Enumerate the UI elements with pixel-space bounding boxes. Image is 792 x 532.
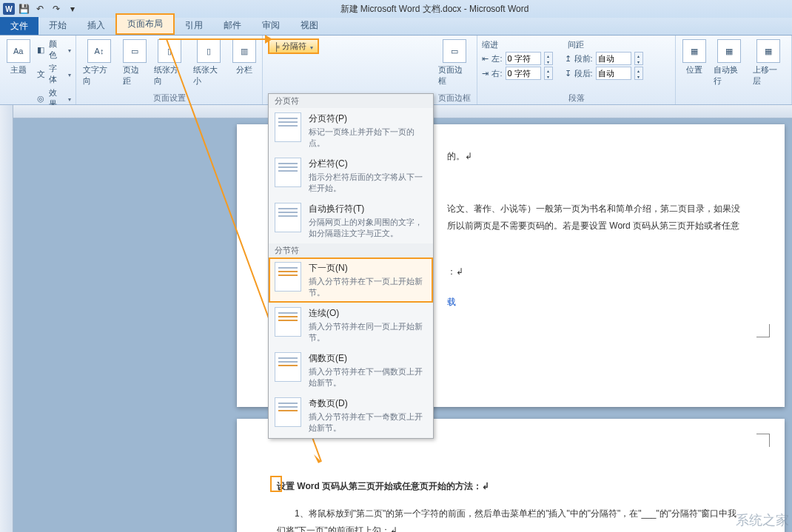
doc-fragment: 论文、著作、小说等）一般第一页为书名和简单介绍，第二页目录，如果没 — [447, 203, 740, 214]
menu-section-page-breaks: 分页符 — [269, 94, 433, 108]
margins-button[interactable]: ▭页边距 — [121, 38, 149, 88]
breaks-dropdown-menu: 分页符 分页符(P)标记一页终止并开始下一页的点。 分栏符(C)指示分栏符后面的… — [268, 93, 434, 439]
undo-icon[interactable]: ↶ — [33, 2, 47, 16]
menu-item-next-page[interactable]: 下一页(N)插入分节符并在下一页上开始新节。 — [269, 257, 433, 303]
page-border-button[interactable]: ▭页面边框 — [436, 38, 472, 88]
orientation-button[interactable]: ▯纸张方向 — [152, 38, 188, 88]
themes-button[interactable]: Aa 主题 — [4, 38, 32, 77]
menu-item-text-wrapping[interactable]: 自动换行符(T)分隔网页上的对象周围的文字，如分隔题注文字与正文。 — [269, 198, 433, 243]
page-border-icon: ▭ — [443, 39, 466, 63]
column-break-icon — [275, 158, 301, 187]
theme-fonts[interactable]: 文字体 — [35, 62, 71, 86]
doc-heading: 设置 Word 页码从第三页开始或任意页开始的方法：↲ — [277, 478, 745, 495]
next-page-icon — [275, 262, 301, 292]
arrow-head-icon — [265, 35, 272, 44]
themes-icon: Aa — [7, 39, 30, 63]
menu-item-column-break[interactable]: 分栏符(C)指示分栏符后面的文字将从下一栏开始。 — [269, 153, 433, 198]
tab-file[interactable]: 文件 — [0, 17, 38, 35]
word-app-icon: W — [3, 3, 15, 15]
spacing-label: 间距 — [568, 39, 584, 50]
doc-fragment: ：↲ — [447, 266, 463, 277]
group-page-setup: A↕文字方向 ▭页边距 ▯纸张方向 ▯纸张大小 ▥分栏 页面设置 — [76, 36, 263, 104]
text-wrap-icon — [275, 203, 301, 232]
margins-icon: ▭ — [123, 39, 147, 63]
spacing-before-spinner[interactable]: ▴▾ — [634, 52, 643, 65]
wrap-icon: ▦ — [717, 39, 741, 63]
tab-page-layout[interactable]: 页面布局 — [115, 13, 175, 35]
tab-review[interactable]: 审阅 — [252, 16, 290, 35]
text-direction-button[interactable]: A↕文字方向 — [81, 38, 117, 88]
cursor-highlight-box — [270, 476, 282, 492]
size-icon: ▯ — [197, 39, 221, 63]
page-margin-corner — [756, 324, 770, 337]
columns-button[interactable]: ▥分栏 — [230, 38, 258, 77]
position-button[interactable]: ▦位置 — [680, 38, 708, 77]
fonts-icon: 文 — [35, 68, 47, 80]
ribbon-tabs: 文件 开始 插入 页面布局 引用 邮件 审阅 视图 — [0, 18, 792, 36]
watermark: 系统之家 — [736, 511, 789, 529]
indent-right-input[interactable] — [506, 67, 541, 80]
indent-left-icon: ⇤ — [482, 54, 489, 64]
guide-arrow — [159, 38, 267, 40]
menu-item-continuous[interactable]: 连续(O)插入分节符并在同一页上开始新节。 — [269, 303, 433, 348]
doc-fragment: 的。↲ — [447, 151, 472, 161]
breaks-icon: ╞ — [274, 42, 280, 51]
qat-more-icon[interactable]: ▾ — [65, 2, 80, 16]
indent-right-spinner[interactable]: ▴▾ — [544, 67, 553, 80]
text-direction-icon: A↕ — [87, 39, 111, 63]
forward-icon: ▦ — [756, 39, 780, 63]
tab-home[interactable]: 开始 — [38, 16, 77, 35]
columns-icon: ▥ — [232, 39, 256, 63]
theme-colors[interactable]: ◧颜色 — [35, 38, 71, 61]
redo-icon[interactable]: ↷ — [49, 2, 64, 16]
group-paragraph: 缩进 间距 ⇤ 左: ▴▾ ↥ 段前: ▴▾ ⇥ 右: ▴▾ ↧ — [477, 36, 676, 104]
position-icon: ▦ — [682, 39, 706, 63]
tab-mail[interactable]: 邮件 — [213, 16, 252, 35]
doc-paragraph: 1、将鼠标放到"第二页"的第一个字符的前面，然后单击菜单栏的"插入"中的"分隔符… — [277, 505, 745, 532]
spacing-before-icon: ↥ — [565, 54, 571, 64]
save-icon[interactable]: 💾 — [16, 2, 31, 16]
ribbon: Aa 主题 ◧颜色 文字体 ◎效果 主题 A↕文字方向 ▭页边距 ▯纸张方向 ▯… — [0, 36, 792, 105]
tab-view[interactable]: 视图 — [290, 16, 329, 35]
quick-access-toolbar: W 💾 ↶ ↷ ▾ — [3, 2, 80, 16]
spacing-after-input[interactable] — [596, 67, 631, 80]
even-page-icon — [275, 352, 301, 382]
menu-item-page-break[interactable]: 分页符(P)标记一页终止并开始下一页的点。 — [269, 108, 433, 153]
spacing-after-icon: ↧ — [565, 69, 571, 78]
doc-fragment: 所以前两页是不需要页码的。若是要设置 Word 页码从第三页开始或者任意 — [447, 220, 739, 231]
size-button[interactable]: ▯纸张大小 — [191, 38, 227, 88]
group-page-border: ▭页面边框 页面边框 — [432, 36, 477, 104]
vertical-ruler[interactable] — [0, 105, 13, 532]
page-break-icon — [275, 112, 301, 142]
wrap-text-button[interactable]: ▦自动换行 — [711, 38, 748, 88]
indent-left-input[interactable] — [506, 52, 541, 65]
group-arrange: ▦位置 ▦自动换行 ▦上移一层 — [676, 36, 792, 104]
colors-icon: ◧ — [35, 44, 47, 55]
continuous-icon — [275, 307, 301, 337]
menu-item-even-page[interactable]: 偶数页(E)插入分节符并在下一偶数页上开始新节。 — [269, 348, 433, 393]
spacing-before-input[interactable] — [596, 52, 631, 65]
group-theme: Aa 主题 ◧颜色 文字体 ◎效果 主题 — [0, 36, 76, 104]
page-margin-corner — [756, 434, 770, 447]
spacing-after-spinner[interactable]: ▴▾ — [634, 67, 643, 80]
indent-left-spinner[interactable]: ▴▾ — [544, 52, 553, 65]
menu-section-section-breaks: 分节符 — [269, 243, 433, 257]
tab-references[interactable]: 引用 — [175, 16, 213, 35]
orientation-icon: ▯ — [158, 39, 181, 63]
tab-insert[interactable]: 插入 — [77, 16, 115, 35]
effects-icon: ◎ — [35, 92, 47, 104]
odd-page-icon — [275, 397, 301, 427]
window-title: 新建 Microsoft Word 文档.docx - Microsoft Wo… — [340, 3, 529, 16]
bring-forward-button[interactable]: ▦上移一层 — [751, 38, 787, 88]
indent-label: 缩进 — [482, 39, 498, 50]
menu-item-odd-page[interactable]: 奇数页(D)插入分节符并在下一奇数页上开始新节。 — [269, 393, 433, 438]
doc-link[interactable]: 载 — [447, 297, 456, 307]
breaks-button[interactable]: ╞ 分隔符 — [268, 38, 319, 54]
indent-right-icon: ⇥ — [482, 69, 489, 78]
